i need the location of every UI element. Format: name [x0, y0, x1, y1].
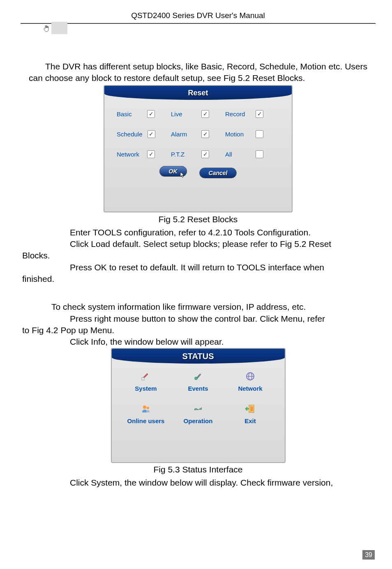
paragraph-6b: to Fig 4.2 Pop up Menu. [22, 325, 376, 336]
svg-rect-0 [142, 378, 144, 380]
events-icon [191, 370, 205, 383]
checkbox-schedule[interactable]: ✓ [148, 130, 155, 138]
paragraph-8: Click System, the window below will disp… [70, 477, 374, 488]
status-label-operation: Operation [172, 417, 224, 424]
paragraph-6a: Press right mouse button to show the con… [70, 313, 374, 325]
online-users-icon [139, 402, 152, 415]
hand-cursor-icon [43, 25, 50, 34]
checkbox-motion[interactable] [256, 130, 263, 138]
figure-caption-1: Fig 5.2 Reset Blocks [21, 214, 376, 224]
reset-option-network: Network ✓ [117, 150, 171, 158]
header-rule [21, 23, 376, 24]
reset-label-alarm: Alarm [171, 131, 196, 138]
reset-option-schedule: Schedule ✓ [117, 130, 171, 138]
status-panel: STATUS System Events [111, 348, 286, 463]
gray-placeholder-box [51, 22, 67, 34]
reset-option-ptz: P.T.Z ✓ [171, 150, 225, 158]
reset-panel: Reset Basic ✓ Live ✓ Record ✓ Schedule ✓ [104, 85, 293, 212]
operation-icon [191, 402, 205, 415]
paragraph-7: Click Info, the window below will appear… [70, 336, 374, 348]
reset-label-network: Network [117, 151, 142, 158]
status-item-events[interactable]: Events [172, 370, 224, 392]
paragraph-4b: finished. [22, 273, 376, 285]
reset-label-schedule: Schedule [117, 131, 143, 138]
arrow-cursor-icon [180, 172, 186, 180]
reset-option-alarm: Alarm ✓ [171, 130, 225, 138]
reset-label-all: All [225, 151, 251, 158]
reset-label-live: Live [171, 111, 196, 117]
checkbox-basic[interactable]: ✓ [147, 110, 155, 118]
checkbox-ptz[interactable]: ✓ [201, 150, 209, 158]
svg-point-3 [201, 372, 202, 373]
status-label-online-users: Online users [120, 417, 172, 424]
svg-point-7 [143, 405, 146, 409]
paragraph-4a: Press OK to reset to default. It will re… [70, 262, 374, 273]
reset-label-basic: Basic [117, 111, 142, 117]
svg-point-2 [199, 373, 201, 374]
reset-label-record: Record [225, 111, 251, 117]
reset-option-live: Live ✓ [171, 110, 225, 118]
status-item-network[interactable]: Network [224, 370, 277, 392]
checkbox-alarm[interactable]: ✓ [201, 130, 209, 138]
page-header-title: QSTD2400 Series DVR User's Manual [21, 11, 376, 20]
network-icon [244, 370, 257, 383]
system-icon [139, 370, 152, 383]
reset-option-record: Record ✓ [225, 110, 279, 118]
status-item-operation[interactable]: Operation [172, 402, 224, 424]
checkbox-all[interactable] [256, 150, 263, 158]
status-panel-title: STATUS [112, 349, 285, 364]
status-label-network: Network [224, 385, 277, 392]
paragraph-1: The DVR has different setup blocks, like… [29, 61, 376, 84]
page-number: 39 [362, 550, 375, 560]
cancel-button[interactable]: Cancel [199, 168, 237, 178]
exit-icon [244, 402, 257, 415]
checkbox-network[interactable]: ✓ [147, 150, 155, 158]
paragraph-2: Enter TOOLS configuration, refer to 4.2.… [70, 227, 374, 238]
reset-label-motion: Motion [225, 131, 251, 138]
status-label-events: Events [172, 385, 224, 392]
figure-caption-2: Fig 5.3 Status Interface [21, 465, 376, 475]
paragraph-3a: Click Load default. Select setup blocks;… [70, 238, 374, 250]
svg-point-8 [147, 407, 149, 409]
paragraph-5: To check system information like firmwar… [35, 301, 376, 313]
reset-panel-title: Reset [104, 86, 292, 100]
status-label-system: System [120, 385, 172, 392]
checkbox-live[interactable]: ✓ [201, 110, 209, 118]
paragraph-3b: Blocks. [22, 250, 376, 261]
status-item-online-users[interactable]: Online users [120, 402, 172, 424]
status-label-exit: Exit [224, 417, 277, 424]
status-item-exit[interactable]: Exit [224, 402, 277, 424]
checkbox-record[interactable]: ✓ [256, 110, 263, 118]
reset-label-ptz: P.T.Z [171, 151, 196, 158]
reset-option-all: All [225, 150, 279, 158]
status-item-system[interactable]: System [120, 370, 172, 392]
reset-option-basic: Basic ✓ [117, 110, 171, 118]
reset-option-motion: Motion [225, 130, 279, 138]
